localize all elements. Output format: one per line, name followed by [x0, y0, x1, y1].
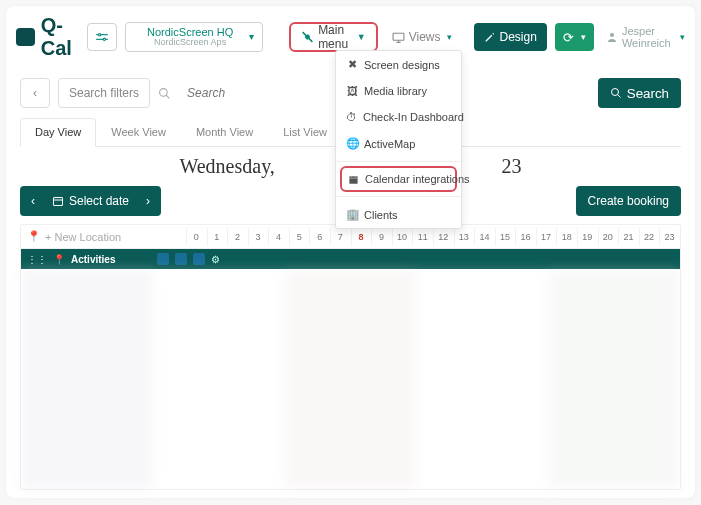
caret-down-icon: ▾: [680, 32, 685, 42]
settings-icon-button[interactable]: [87, 23, 117, 51]
calendar-grid: 📍 + New Location 01234567891011121314151…: [20, 224, 681, 490]
hour-2: 2: [227, 232, 248, 242]
hour-14: 14: [474, 232, 495, 242]
create-booking-label: Create booking: [588, 194, 669, 208]
search-filters-label: Search filters: [69, 86, 139, 100]
caret-down-icon: ▾: [581, 32, 586, 42]
menu-item-clients[interactable]: 🏢 Clients: [336, 201, 461, 228]
grip-icon[interactable]: ⋮⋮: [27, 254, 47, 265]
user-menu[interactable]: Jesper Weinreich ▾: [606, 25, 685, 49]
tab-day-view[interactable]: Day View: [20, 118, 96, 147]
tab-label: Day View: [35, 126, 81, 138]
org-selector[interactable]: NordicScreen HQ NordicScreen Aps: [125, 22, 263, 52]
tab-list-view[interactable]: List View: [268, 118, 342, 146]
tab-week-view[interactable]: Week View: [96, 118, 181, 146]
sliders-icon: [95, 30, 109, 44]
menu-label: Check-In Dashboard: [363, 111, 464, 123]
main-menu-button[interactable]: Main menu ▼: [289, 22, 378, 52]
hour-15: 15: [495, 232, 516, 242]
monitor-icon: [392, 31, 405, 44]
refresh-button[interactable]: ⟳ ▾: [555, 23, 594, 51]
hour-18: 18: [556, 232, 577, 242]
menu-label: Screen designs: [364, 59, 440, 71]
svg-rect-6: [393, 33, 404, 40]
create-booking-button[interactable]: Create booking: [576, 186, 681, 216]
filter-chip[interactable]: [193, 253, 205, 265]
date-prev-button[interactable]: ‹: [20, 186, 46, 216]
svg-rect-10: [349, 176, 357, 183]
user-icon: [606, 31, 618, 43]
divider: [336, 196, 461, 197]
select-date-button[interactable]: Select date: [46, 194, 135, 208]
chevron-left-icon: ‹: [31, 194, 35, 208]
svg-point-3: [103, 38, 105, 40]
refresh-icon: ⟳: [563, 30, 574, 45]
views-button[interactable]: Views ▾: [386, 22, 458, 52]
menu-label: Clients: [364, 209, 398, 221]
date-next-button[interactable]: ›: [135, 186, 161, 216]
hour-10: 10: [392, 232, 413, 242]
main-menu-label: Main menu: [318, 23, 351, 51]
calendar-icon: [52, 195, 64, 207]
menu-label: Media library: [364, 85, 427, 97]
new-location-label: + New Location: [45, 231, 121, 243]
date-picker: ‹ Select date ›: [20, 186, 161, 216]
svg-point-14: [160, 88, 168, 96]
map-pin-icon: 📍: [27, 230, 41, 243]
caret-down-icon: ▼: [357, 32, 366, 42]
design-label: Design: [500, 30, 537, 44]
svg-point-0: [99, 34, 101, 36]
tab-month-view[interactable]: Month View: [181, 118, 268, 146]
chevron-right-icon: ›: [146, 194, 150, 208]
date-heading-prefix: Wednesday,: [179, 155, 274, 177]
search-filters-box[interactable]: Search filters: [58, 78, 150, 108]
search-button[interactable]: Search: [598, 78, 681, 108]
hour-21: 21: [618, 232, 639, 242]
brand-name: Q-Cal: [41, 14, 79, 60]
tab-label: List View: [283, 126, 327, 138]
select-date-label: Select date: [69, 194, 129, 208]
chevron-left-icon: ‹: [33, 86, 37, 100]
hour-7: 7: [330, 232, 351, 242]
activities-label: Activities: [71, 254, 115, 265]
layout-icon: ✖: [346, 58, 358, 71]
main-menu-dropdown: ✖ Screen designs 🖼 Media library ⏱ Check…: [335, 50, 462, 229]
hour-19: 19: [577, 232, 598, 242]
calendar-icon: [348, 174, 359, 185]
tools-icon: [301, 31, 314, 44]
hour-6: 6: [309, 232, 330, 242]
menu-item-calendar-integrations[interactable]: Calendar integrations: [340, 166, 457, 192]
menu-item-checkin-dashboard[interactable]: ⏱ Check-In Dashboard: [336, 104, 461, 130]
brand-mark-icon: [16, 28, 35, 46]
hour-1: 1: [207, 232, 228, 242]
pencil-icon: [484, 32, 495, 43]
search-icon: [610, 87, 622, 99]
tab-label: Month View: [196, 126, 253, 138]
svg-point-16: [611, 89, 618, 96]
svg-line-17: [617, 95, 620, 98]
menu-label: Calendar integrations: [365, 173, 470, 185]
hour-12: 12: [433, 232, 454, 242]
hour-9: 9: [371, 232, 392, 242]
menu-item-media-library[interactable]: 🖼 Media library: [336, 78, 461, 104]
filter-chip[interactable]: [175, 253, 187, 265]
hour-3: 3: [248, 232, 269, 242]
hour-8: 8: [351, 232, 372, 242]
filter-chip[interactable]: [157, 253, 169, 265]
design-button[interactable]: Design: [474, 23, 547, 51]
new-location-button[interactable]: 📍 + New Location: [21, 230, 186, 243]
svg-rect-18: [54, 198, 63, 206]
map-pin-icon: 📍: [53, 254, 65, 265]
divider: [336, 161, 461, 162]
menu-item-activemap[interactable]: 🌐 ActiveMap: [336, 130, 461, 157]
date-heading-suffix: 23: [502, 155, 522, 177]
back-button[interactable]: ‹: [20, 78, 50, 108]
gear-icon[interactable]: ⚙: [211, 254, 220, 265]
hour-22: 22: [639, 232, 660, 242]
activities-bar: ⋮⋮ 📍 Activities ⚙: [21, 249, 680, 269]
search-icon: [158, 87, 171, 100]
menu-item-screen-designs[interactable]: ✖ Screen designs: [336, 51, 461, 78]
calendar-content-blurred: [21, 269, 680, 489]
hour-0: 0: [186, 232, 207, 242]
caret-down-icon: ▾: [447, 32, 452, 42]
